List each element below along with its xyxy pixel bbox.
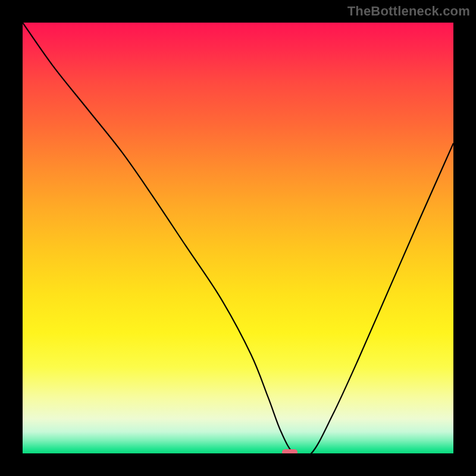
plot-area bbox=[23, 23, 453, 453]
watermark-text: TheBottleneck.com bbox=[347, 4, 470, 19]
optimal-point-marker bbox=[282, 449, 297, 453]
chart-container: TheBottleneck.com bbox=[0, 0, 476, 476]
bottleneck-curve bbox=[23, 23, 453, 453]
